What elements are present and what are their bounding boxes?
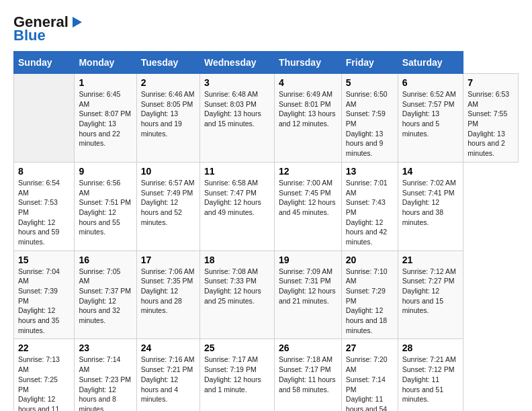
- sunset-time: Sunset: 7:47 PM: [204, 189, 257, 197]
- day-detail: Sunrise: 6:52 AM Sunset: 7:57 PM Dayligh…: [402, 89, 459, 138]
- sunrise-time: Sunrise: 7:04 AM: [18, 267, 60, 285]
- daylight-hours: Daylight: 11 hours and 54 minutes.: [346, 395, 387, 411]
- column-header-tuesday: Tuesday: [136, 52, 200, 74]
- daylight-hours: Daylight: 13 hours and 12 minutes.: [279, 109, 336, 128]
- day-number: 1: [79, 77, 132, 88]
- sunrise-time: Sunrise: 6:57 AM: [141, 179, 195, 187]
- sunrise-time: Sunrise: 6:45 AM: [79, 90, 120, 108]
- day-detail: Sunrise: 6:57 AM Sunset: 7:49 PM Dayligh…: [141, 178, 195, 227]
- day-detail: Sunrise: 6:54 AM Sunset: 7:53 PM Dayligh…: [18, 178, 70, 247]
- daylight-hours: Daylight: 13 hours and 22 minutes.: [79, 120, 120, 147]
- sunrise-time: Sunrise: 6:48 AM: [204, 90, 258, 98]
- day-cell-2: 2 Sunrise: 6:46 AM Sunset: 8:05 PM Dayli…: [136, 74, 200, 163]
- sunrise-time: Sunrise: 7:16 AM: [141, 355, 195, 363]
- day-cell-22: 22 Sunrise: 7:13 AM Sunset: 7:25 PM Dayl…: [14, 339, 75, 411]
- sunrise-time: Sunrise: 7:21 AM: [402, 355, 456, 363]
- daylight-hours: Daylight: 13 hours and 15 minutes.: [204, 109, 261, 128]
- day-cell-5: 5 Sunrise: 6:50 AM Sunset: 7:59 PM Dayli…: [341, 74, 398, 163]
- day-number: 21: [402, 255, 459, 265]
- sunset-time: Sunset: 7:33 PM: [204, 277, 257, 285]
- column-headers: SundayMondayTuesdayWednesdayThursdayFrid…: [14, 52, 519, 74]
- sunrise-time: Sunrise: 7:05 AM: [79, 267, 120, 285]
- sunset-time: Sunset: 7:49 PM: [141, 189, 193, 197]
- day-number: 17: [141, 255, 195, 265]
- logo-blue-text: Blue: [13, 27, 46, 44]
- day-number: 4: [279, 77, 337, 88]
- column-header-monday: Monday: [75, 52, 136, 74]
- sunrise-time: Sunrise: 7:02 AM: [402, 179, 456, 187]
- day-cell-23: 23 Sunrise: 7:14 AM Sunset: 7:23 PM Dayl…: [75, 339, 136, 411]
- day-cell-27: 27 Sunrise: 7:20 AM Sunset: 7:14 PM Dayl…: [341, 339, 398, 411]
- sunset-time: Sunset: 7:59 PM: [346, 109, 386, 128]
- day-number: 13: [346, 166, 394, 177]
- day-cell-20: 20 Sunrise: 7:10 AM Sunset: 7:29 PM Dayl…: [341, 250, 398, 339]
- day-cell-21: 21 Sunrise: 7:12 AM Sunset: 7:27 PM Dayl…: [398, 250, 463, 339]
- sunrise-time: Sunrise: 7:01 AM: [346, 179, 388, 197]
- day-detail: Sunrise: 7:02 AM Sunset: 7:41 PM Dayligh…: [402, 178, 459, 227]
- sunset-time: Sunset: 7:43 PM: [346, 198, 386, 216]
- daylight-hours: Daylight: 12 hours and 59 minutes.: [18, 218, 59, 246]
- sunset-time: Sunset: 7:41 PM: [402, 189, 455, 197]
- day-cell-24: 24 Sunrise: 7:16 AM Sunset: 7:21 PM Dayl…: [136, 339, 200, 411]
- day-number: 6: [402, 77, 459, 88]
- day-cell-13: 13 Sunrise: 7:01 AM Sunset: 7:43 PM Dayl…: [341, 162, 398, 250]
- day-detail: Sunrise: 7:20 AM Sunset: 7:14 PM Dayligh…: [346, 355, 394, 411]
- daylight-hours: Daylight: 13 hours and 2 minutes.: [468, 130, 504, 157]
- day-cell-7: 7 Sunrise: 6:53 AM Sunset: 7:55 PM Dayli…: [463, 74, 519, 163]
- daylight-hours: Daylight: 13 hours and 5 minutes.: [402, 109, 439, 137]
- sunrise-time: Sunrise: 7:20 AM: [346, 355, 388, 373]
- sunrise-time: Sunrise: 6:54 AM: [18, 179, 60, 197]
- day-detail: Sunrise: 6:50 AM Sunset: 7:59 PM Dayligh…: [346, 89, 394, 158]
- daylight-hours: Daylight: 13 hours and 9 minutes.: [346, 130, 383, 157]
- day-cell-8: 8 Sunrise: 6:54 AM Sunset: 7:53 PM Dayli…: [14, 162, 75, 250]
- day-number: 8: [18, 166, 70, 177]
- day-number: 26: [279, 342, 337, 353]
- sunset-time: Sunset: 8:03 PM: [204, 100, 257, 108]
- day-cell-10: 10 Sunrise: 6:57 AM Sunset: 7:49 PM Dayl…: [136, 162, 200, 250]
- day-detail: Sunrise: 7:13 AM Sunset: 7:25 PM Dayligh…: [18, 355, 70, 411]
- day-cell-18: 18 Sunrise: 7:08 AM Sunset: 7:33 PM Dayl…: [200, 250, 275, 339]
- day-number: 2: [141, 77, 195, 88]
- sunset-time: Sunset: 7:19 PM: [204, 365, 257, 373]
- daylight-hours: Daylight: 12 hours and 55 minutes.: [79, 208, 120, 236]
- sunrise-time: Sunrise: 7:18 AM: [279, 355, 332, 363]
- sunrise-time: Sunrise: 6:56 AM: [79, 179, 120, 197]
- day-cell-1: 1 Sunrise: 6:45 AM Sunset: 8:07 PM Dayli…: [75, 74, 136, 163]
- sunrise-time: Sunrise: 6:50 AM: [346, 90, 388, 108]
- daylight-hours: Daylight: 12 hours and 49 minutes.: [204, 198, 261, 216]
- day-number: 14: [402, 166, 459, 177]
- sunset-time: Sunset: 8:05 PM: [141, 100, 193, 108]
- day-number: 15: [18, 255, 70, 265]
- day-number: 7: [468, 77, 514, 88]
- day-cell-12: 12 Sunrise: 7:00 AM Sunset: 7:45 PM Dayl…: [274, 162, 341, 250]
- day-detail: Sunrise: 7:05 AM Sunset: 7:37 PM Dayligh…: [79, 267, 132, 326]
- daylight-hours: Daylight: 11 hours and 58 minutes.: [279, 375, 336, 394]
- column-header-sunday: Sunday: [14, 52, 75, 74]
- sunrise-time: Sunrise: 7:13 AM: [18, 355, 60, 373]
- logo-arrow-icon: [73, 17, 82, 28]
- sunset-time: Sunset: 8:07 PM: [79, 109, 131, 118]
- day-cell-25: 25 Sunrise: 7:17 AM Sunset: 7:19 PM Dayl…: [200, 339, 275, 411]
- day-detail: Sunrise: 6:56 AM Sunset: 7:51 PM Dayligh…: [79, 178, 132, 237]
- sunset-time: Sunset: 7:39 PM: [18, 287, 58, 305]
- column-header-wednesday: Wednesday: [200, 52, 275, 74]
- day-number: 3: [204, 77, 270, 88]
- day-detail: Sunrise: 7:00 AM Sunset: 7:45 PM Dayligh…: [279, 178, 337, 218]
- sunrise-time: Sunrise: 6:53 AM: [468, 90, 509, 108]
- day-cell-9: 9 Sunrise: 6:56 AM Sunset: 7:51 PM Dayli…: [75, 162, 136, 250]
- day-detail: Sunrise: 7:21 AM Sunset: 7:12 PM Dayligh…: [402, 355, 459, 404]
- daylight-hours: Daylight: 11 hours and 51 minutes.: [402, 375, 443, 403]
- day-cell-15: 15 Sunrise: 7:04 AM Sunset: 7:39 PM Dayl…: [14, 250, 75, 339]
- day-cell-6: 6 Sunrise: 6:52 AM Sunset: 7:57 PM Dayli…: [398, 74, 463, 163]
- day-detail: Sunrise: 7:17 AM Sunset: 7:19 PM Dayligh…: [204, 355, 270, 394]
- sunrise-time: Sunrise: 6:46 AM: [141, 90, 195, 98]
- daylight-hours: Daylight: 12 hours and 8 minutes.: [79, 385, 116, 412]
- day-cell-3: 3 Sunrise: 6:48 AM Sunset: 8:03 PM Dayli…: [200, 74, 275, 163]
- sunset-time: Sunset: 8:01 PM: [279, 100, 331, 108]
- day-detail: Sunrise: 7:09 AM Sunset: 7:31 PM Dayligh…: [279, 267, 337, 306]
- day-detail: Sunrise: 7:01 AM Sunset: 7:43 PM Dayligh…: [346, 178, 394, 247]
- sunset-time: Sunset: 7:29 PM: [346, 287, 386, 305]
- week-row-2: 8 Sunrise: 6:54 AM Sunset: 7:53 PM Dayli…: [14, 162, 519, 250]
- sunrise-time: Sunrise: 7:17 AM: [204, 355, 258, 363]
- day-number: 16: [79, 255, 132, 265]
